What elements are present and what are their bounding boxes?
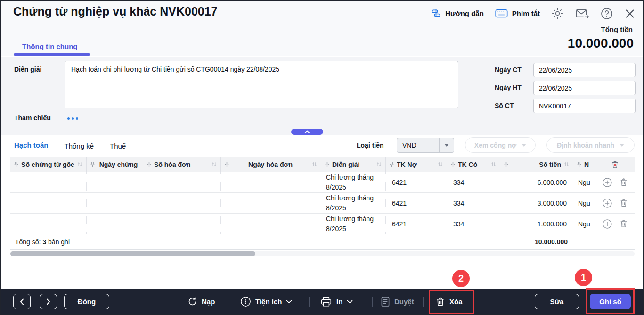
- column-header-doc-date[interactable]: Ngày chứng: [87, 157, 143, 172]
- add-row-icon[interactable]: [602, 177, 612, 188]
- edit-button[interactable]: Sửa: [535, 294, 579, 309]
- document-icon: [381, 296, 390, 307]
- post-button[interactable]: Ghi sổ: [590, 294, 631, 309]
- currency-value: VND: [397, 138, 439, 152]
- table-row: Chi lương tháng 8/2025 6421 334 3.000.00…: [10, 193, 635, 214]
- cell-description[interactable]: Chi lương tháng 8/2025: [321, 172, 386, 192]
- utilities-button[interactable]: Tiện ích: [240, 289, 292, 314]
- table-row: Chi lương tháng 8/2025 6421 334 1.000.00…: [10, 214, 635, 234]
- cell-invoice-date[interactable]: [221, 214, 321, 234]
- delete-row-icon[interactable]: [620, 178, 628, 187]
- column-header-credit-account[interactable]: TK Có: [447, 157, 500, 172]
- collapse-form-button[interactable]: [291, 129, 323, 135]
- close-icon[interactable]: [624, 8, 636, 19]
- column-header-amount[interactable]: Số tiền: [500, 157, 573, 172]
- column-header-original-doc-no[interactable]: Số chứng từ gốc: [10, 157, 87, 172]
- cell-description[interactable]: Chi lương tháng 8/2025: [321, 193, 386, 213]
- chevron-down-icon: [347, 300, 353, 304]
- table-row: Chi lương tháng 8/2025 6421 334 6.000.00…: [10, 172, 635, 193]
- column-header-description[interactable]: Diễn giải: [321, 157, 386, 172]
- doc-date-input[interactable]: [533, 63, 636, 77]
- add-row-icon[interactable]: [602, 219, 612, 229]
- doc-no-input[interactable]: [533, 99, 636, 113]
- horizontal-scrollbar[interactable]: [10, 251, 635, 256]
- refresh-icon: [187, 297, 197, 307]
- guide-link[interactable]: Hướng dẫn: [431, 8, 484, 18]
- cell-description[interactable]: Chi lương tháng 8/2025: [321, 214, 386, 234]
- header-actions: Hướng dẫn Phím tắt: [431, 7, 636, 20]
- cell-credit-account[interactable]: 334: [447, 193, 500, 213]
- sort-icon: [563, 161, 570, 167]
- cell-original-doc-no[interactable]: [10, 214, 87, 234]
- column-header-extra[interactable]: N: [573, 157, 595, 172]
- column-header-invoice-no[interactable]: Số hóa đơn: [143, 157, 221, 172]
- cell-actions: [595, 172, 635, 192]
- description-input[interactable]: Hạch toán chi phí lương từ Chi tiền gửi …: [65, 61, 458, 108]
- cell-amount[interactable]: 6.000.000: [500, 172, 573, 192]
- chevron-down-icon: [286, 300, 292, 304]
- cell-debit-account[interactable]: 6421: [386, 214, 447, 234]
- dropdown-arrow-icon: [439, 138, 454, 152]
- reload-button[interactable]: Nạp: [187, 289, 215, 314]
- cell-extra[interactable]: Ngu: [573, 193, 595, 213]
- annotation-badge-2: 2: [452, 270, 470, 287]
- doc-date-label: Ngày CT: [495, 66, 522, 74]
- tab-statistics[interactable]: Thống kê: [65, 142, 94, 150]
- scrollbar-thumb[interactable]: [10, 251, 255, 256]
- cell-invoice-date[interactable]: [221, 172, 321, 192]
- reference-more-icon[interactable]: [67, 117, 78, 120]
- cell-extra[interactable]: Ngu: [573, 172, 595, 192]
- cell-invoice-no[interactable]: [143, 172, 221, 192]
- pin-icon: [14, 161, 19, 168]
- column-header-delete-all[interactable]: [595, 157, 635, 172]
- cell-debit-account[interactable]: 6421: [386, 193, 447, 213]
- shortcuts-link[interactable]: Phím tắt: [495, 9, 540, 18]
- cell-original-doc-no[interactable]: [10, 193, 87, 213]
- delete-button[interactable]: Xóa: [435, 289, 463, 314]
- settings-gear-icon[interactable]: [551, 7, 564, 20]
- cell-doc-date[interactable]: [87, 214, 143, 234]
- print-button[interactable]: In: [320, 289, 353, 314]
- tab-accounting[interactable]: Hạch toán: [14, 141, 49, 150]
- prev-record-button[interactable]: [13, 294, 31, 309]
- column-header-debit-account[interactable]: TK Nợ: [386, 157, 447, 172]
- cell-invoice-no[interactable]: [143, 193, 221, 213]
- cell-invoice-date[interactable]: [221, 193, 321, 213]
- chevron-right-icon: [46, 298, 50, 305]
- currency-label: Loại tiền: [357, 141, 384, 149]
- cell-amount[interactable]: 3.000.000: [500, 193, 573, 213]
- delete-row-icon[interactable]: [620, 219, 628, 228]
- cell-actions: [595, 193, 635, 213]
- cell-credit-account[interactable]: 334: [447, 214, 500, 234]
- pin-icon: [90, 161, 95, 168]
- accounting-table: Số chứng từ gốc Ngày chứng Số hóa đơn Ng…: [10, 157, 635, 250]
- view-debt-button[interactable]: Xem công nợ: [465, 137, 536, 153]
- next-record-button[interactable]: [40, 294, 57, 309]
- help-icon[interactable]: [601, 8, 613, 20]
- cell-extra[interactable]: Ngu: [573, 214, 595, 234]
- send-mail-icon[interactable]: [575, 8, 589, 20]
- quick-posting-button[interactable]: Định khoản nhanh: [546, 137, 635, 153]
- cell-doc-date[interactable]: [87, 193, 143, 213]
- sort-icon: [211, 161, 217, 167]
- cell-actions: [595, 214, 635, 234]
- approve-button[interactable]: Duyệt: [381, 289, 414, 314]
- print-label: In: [336, 298, 342, 306]
- close-document-button[interactable]: Đóng: [64, 294, 109, 309]
- delete-row-icon[interactable]: [620, 199, 628, 207]
- posting-date-input[interactable]: [533, 81, 636, 95]
- cell-invoice-no[interactable]: [143, 214, 221, 234]
- cell-amount[interactable]: 1.000.000: [500, 214, 573, 234]
- table-summary-row: Tổng số: 3 bản ghi 10.000.000: [10, 234, 635, 250]
- cell-debit-account[interactable]: 6421: [386, 172, 447, 192]
- cell-doc-date[interactable]: [87, 172, 143, 192]
- cell-original-doc-no[interactable]: [10, 172, 87, 192]
- cell-credit-account[interactable]: 334: [447, 172, 500, 192]
- tab-tax[interactable]: Thuế: [110, 142, 126, 150]
- pin-icon: [389, 161, 394, 168]
- tab-general-info[interactable]: Thông tin chung: [22, 42, 77, 50]
- currency-select[interactable]: VND: [397, 138, 454, 153]
- shortcuts-label: Phím tắt: [512, 9, 540, 17]
- column-header-invoice-date[interactable]: Ngày hóa đơn: [221, 157, 321, 172]
- add-row-icon[interactable]: [602, 198, 612, 208]
